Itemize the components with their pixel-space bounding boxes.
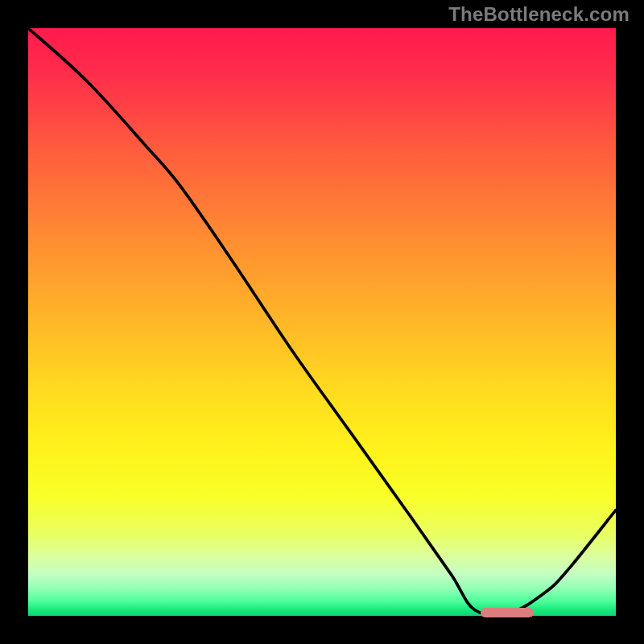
watermark-label: TheBottleneck.com <box>448 3 630 26</box>
curve-line <box>28 28 616 616</box>
chart-container: TheBottleneck.com <box>0 0 644 644</box>
plot-area <box>28 28 616 616</box>
optimal-range-marker <box>481 608 534 617</box>
